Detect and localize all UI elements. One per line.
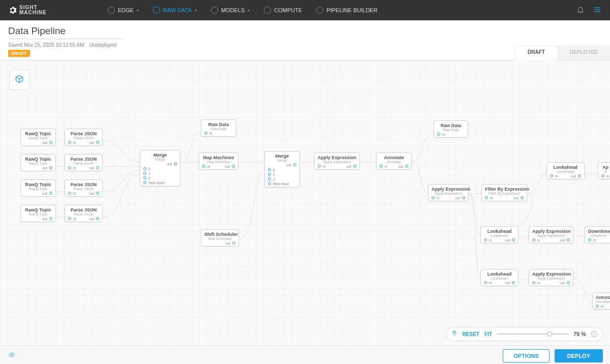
node-rq2[interactable]: RawQ TopicRawQ Topicout bbox=[20, 154, 56, 171]
node-title: RawQ Topic bbox=[24, 157, 52, 162]
brand-name: SIGHTMACHINE bbox=[19, 5, 47, 15]
node-subtitle: Apply Expression bbox=[432, 192, 465, 195]
node-subtitle: Parse JSON bbox=[68, 213, 99, 216]
node-ae2[interactable]: Apply ExpressionApply Expression inout bbox=[428, 184, 469, 201]
node-title: Raw Data bbox=[437, 123, 465, 128]
node-title: Parse JSON bbox=[68, 207, 99, 213]
node-mg1[interactable]: MergeMergeout 0 1 2 New Input bbox=[140, 150, 180, 187]
node-ap[interactable]: ApA in bbox=[598, 162, 610, 179]
node-title: Raw Data bbox=[204, 122, 233, 127]
node-subtitle: Lookahead bbox=[550, 170, 581, 173]
node-pj2[interactable]: Parse JSONParse JSON inout bbox=[65, 154, 103, 171]
node-subtitle: Parse JSON bbox=[68, 187, 99, 191]
node-ae1[interactable]: Apply ExpressionApply Expression inout bbox=[314, 153, 360, 170]
node-ann1[interactable]: AnnotateAnnotate inout bbox=[376, 153, 412, 170]
node-palette-button[interactable] bbox=[9, 70, 29, 90]
chevron-down-icon: ▾ bbox=[137, 8, 139, 13]
zoom-control: RESET FIT 79 % i bbox=[446, 327, 603, 341]
node-title: Downtime bbox=[588, 229, 609, 234]
pipeline-header: Data Pipeline Saved Nov 25, 2020 10:12:5… bbox=[0, 20, 610, 60]
node-rd2[interactable]: Raw DataRaw Data in bbox=[434, 120, 468, 138]
node-ss[interactable]: Shift SchedulerShift Schedulerout bbox=[201, 229, 239, 247]
node-title: RawQ Topic bbox=[24, 131, 52, 136]
node-subtitle: A bbox=[601, 170, 609, 173]
node-title: Shift Scheduler bbox=[204, 232, 235, 237]
node-title: Annotate bbox=[380, 155, 408, 160]
node-subtitle: RawQ Topic bbox=[24, 136, 52, 140]
node-title: Merge bbox=[143, 153, 177, 158]
nav-pipeline-builder[interactable]: PIPELINE BUILDER bbox=[316, 7, 377, 14]
node-mg2[interactable]: MergeMergeout 0 1 2 New Input bbox=[264, 151, 300, 188]
node-pj3[interactable]: Parse JSONParse JSON inout bbox=[65, 179, 103, 197]
node-title: Filter By Expression bbox=[485, 187, 524, 192]
chevron-down-icon: ▾ bbox=[248, 8, 250, 13]
info-icon[interactable]: i bbox=[591, 331, 597, 337]
zoom-reset-button[interactable]: RESET bbox=[463, 331, 479, 337]
edges-layer bbox=[0, 60, 610, 345]
brand-logo[interactable]: SIGHTMACHINE bbox=[8, 5, 47, 15]
node-title: Apply Expression bbox=[532, 271, 570, 277]
node-subtitle: Filter By Expression bbox=[485, 192, 524, 195]
node-la1[interactable]: LookaheadLookahead inout bbox=[546, 162, 585, 179]
node-la3[interactable]: LookaheadLookahead inout bbox=[480, 269, 518, 286]
tab-draft[interactable]: DRAFT bbox=[515, 46, 557, 60]
node-title: Lookahead bbox=[550, 165, 581, 170]
options-button[interactable]: OPTIONS bbox=[503, 349, 550, 362]
node-subtitle: Annotate bbox=[596, 300, 609, 304]
saved-timestamp: Saved Nov 25, 2020 10:12:55 AM bbox=[8, 42, 84, 48]
node-title: Annotate bbox=[596, 295, 609, 300]
bell-icon[interactable] bbox=[576, 6, 585, 15]
menu-icon[interactable] bbox=[593, 6, 602, 15]
top-nav: SIGHTMACHINE EDGE▾ RAW DATA▾ MODELS▾ COM… bbox=[0, 0, 610, 20]
node-title: Apply Expression bbox=[532, 229, 570, 234]
nav-edge[interactable]: EDGE▾ bbox=[108, 7, 139, 14]
node-title: Parse JSON bbox=[68, 157, 99, 162]
zoom-slider[interactable] bbox=[497, 333, 568, 335]
node-rq1[interactable]: RawQ TopicRawQ Topicout bbox=[20, 129, 56, 146]
node-title: Parse JSON bbox=[68, 182, 99, 187]
node-ae3[interactable]: Apply ExpressionApply Expression inout bbox=[529, 226, 573, 244]
node-pj4[interactable]: Parse JSONParse JSON inout bbox=[65, 205, 103, 222]
node-title: Apply Expression bbox=[432, 187, 465, 192]
node-dt[interactable]: DowntimeDowntime in bbox=[585, 226, 610, 244]
eye-icon[interactable] bbox=[7, 351, 16, 360]
node-subtitle: Downtime bbox=[588, 234, 609, 237]
zoom-fit-button[interactable]: FIT bbox=[484, 331, 492, 337]
view-tabs: DRAFT DEPLOYED bbox=[515, 46, 610, 60]
pipeline-canvas[interactable]: RawQ TopicRawQ Topicout RawQ TopicRawQ T… bbox=[0, 60, 610, 345]
node-title: RawQ Topic bbox=[24, 182, 52, 187]
node-title: Merge bbox=[268, 154, 296, 159]
tab-deployed[interactable]: DEPLOYED bbox=[557, 46, 610, 60]
node-rq3[interactable]: RawQ TopicRawQ Topicout bbox=[20, 179, 56, 197]
node-rq4[interactable]: RawQ TopicRawQ Topicout bbox=[20, 205, 56, 222]
zoom-percent: 79 % bbox=[573, 331, 586, 337]
node-pj1[interactable]: Parse JSONParse JSON inout bbox=[65, 129, 103, 146]
node-subtitle: Map Machines bbox=[202, 160, 235, 164]
node-subtitle: Apply Expression bbox=[532, 234, 570, 237]
nav-raw-data[interactable]: RAW DATA▾ bbox=[153, 7, 197, 14]
node-ann2[interactable]: AnnotateAnnotate in bbox=[592, 292, 610, 310]
node-subtitle: Shift Scheduler bbox=[204, 237, 235, 240]
pin-icon[interactable] bbox=[451, 330, 458, 338]
node-subtitle: Apply Expression bbox=[318, 160, 356, 164]
node-subtitle: Raw Data bbox=[204, 127, 233, 131]
footer-bar: OPTIONS DEPLOY bbox=[0, 345, 610, 364]
node-subtitle: Merge bbox=[268, 159, 296, 162]
svg-point-16 bbox=[454, 332, 455, 333]
node-title: Parse JSON bbox=[68, 131, 99, 136]
node-subtitle: RawQ Topic bbox=[24, 162, 52, 165]
node-rd1[interactable]: Raw DataRaw Data in bbox=[201, 119, 236, 137]
page-title: Data Pipeline bbox=[8, 25, 602, 37]
node-ae4[interactable]: Apply ExpressionApply Expression inout bbox=[529, 269, 573, 286]
node-subtitle: Lookahead bbox=[484, 277, 515, 280]
node-title: Map Machines bbox=[202, 155, 235, 160]
node-subtitle: Lookahead bbox=[484, 234, 515, 237]
node-subtitle: Annotate bbox=[380, 160, 408, 164]
nav-compute[interactable]: COMPUTE bbox=[264, 7, 302, 14]
deploy-button[interactable]: DEPLOY bbox=[555, 349, 603, 362]
nav-models[interactable]: MODELS▾ bbox=[211, 7, 250, 14]
node-la2[interactable]: LookaheadLookahead inout bbox=[480, 226, 518, 244]
node-title: Apply Expression bbox=[318, 155, 356, 160]
node-mm[interactable]: Map MachinesMap Machines inout bbox=[199, 153, 238, 170]
node-fbe[interactable]: Filter By ExpressionFilter By Expression… bbox=[481, 184, 527, 201]
